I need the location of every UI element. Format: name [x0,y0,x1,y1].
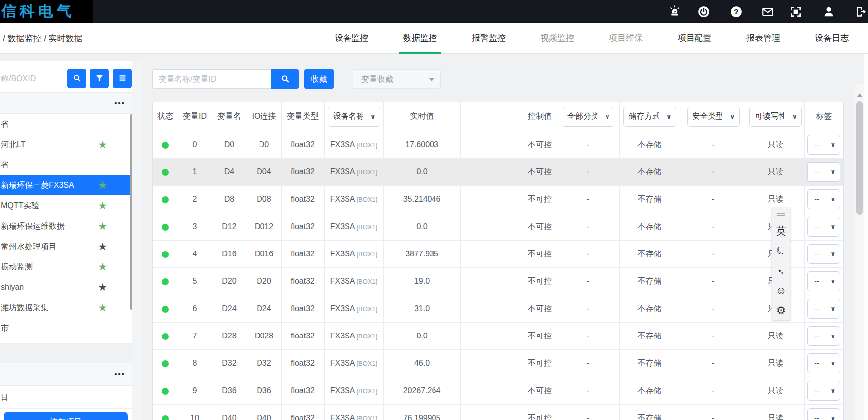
tag-select[interactable]: --∨ [807,217,840,237]
table-row: 1D4D04float32FX3SA[BOX1]0.0不可控-不存储-只读--∨ [153,159,843,186]
mail-icon[interactable] [761,5,774,18]
english-mode-button[interactable]: 英 [772,221,790,241]
sidebar-item[interactable]: MQTT实验★ [0,195,132,216]
filter-select-安全类型[interactable]: 安全类型∨ [687,107,740,127]
scroll-up-arrow-icon[interactable] [857,93,862,97]
tag-select[interactable]: --∨ [807,135,840,155]
tag-select[interactable]: --∨ [807,408,840,420]
sidebar-bottom-more-button[interactable]: ••• [0,363,132,386]
tag-select[interactable]: --∨ [807,353,840,373]
tab-设备日志[interactable]: 设备日志 [810,23,853,54]
sidebar-item[interactable]: shiyan★ [0,277,132,297]
sidebar-group-more-button[interactable]: ••• [0,92,132,114]
sidebar-item[interactable]: 河北LT★ [0,134,132,155]
tag-select[interactable]: --∨ [807,381,840,401]
star-icon[interactable]: ★ [98,297,107,318]
security-cell: - [680,159,747,186]
star-icon[interactable]: ★ [98,134,107,155]
power-icon[interactable] [697,5,710,18]
logout-icon[interactable] [854,5,867,18]
sidebar-filter-button[interactable] [90,69,109,88]
tag-select[interactable]: --∨ [807,162,840,182]
tag-select[interactable]: --∨ [807,271,840,291]
sidebar-item[interactable]: 省 [0,114,132,134]
variable-name-cell: D40 [212,405,247,420]
variable-search-button[interactable] [271,69,299,89]
filter-select-全部分类[interactable]: 全部分类∨ [562,107,614,127]
storage-cell: 不存储 [619,131,680,159]
sidebar-scrollbar-track[interactable] [132,61,141,420]
variable-type-cell: float32 [281,159,324,186]
drag-handle-icon[interactable] [772,208,790,221]
device-search-input[interactable] [0,69,66,88]
alarm-icon[interactable] [668,5,681,18]
sidebar-item[interactable]: 潍坊数据采集★ [0,297,132,318]
star-icon[interactable]: ★ [98,236,107,256]
star-icon[interactable]: ★ [98,277,107,297]
variable-search-input[interactable] [152,69,271,89]
punctuation-icon[interactable]: •, [772,260,790,280]
tag-select-value: -- [814,387,819,395]
tab-设备监控[interactable]: 设备监控 [330,23,373,54]
sidebar-search-button[interactable] [67,69,86,88]
tab-报表管理[interactable]: 报表管理 [742,23,784,54]
filter-select-储存方式[interactable]: 储存方式∨ [623,107,676,127]
moon-icon[interactable]: ☾ [768,237,794,264]
read-write-cell: 只读 [747,377,804,405]
table-body: 0D0D0float32FX3SA[BOX1]17.60003不可控-不存储-只… [153,131,843,420]
tab-项目维保[interactable]: 项目维保 [605,23,647,54]
tag-select[interactable]: --∨ [807,244,840,264]
sidebar-item[interactable]: 常州水处理项目★ [0,236,132,256]
storage-cell: 不存储 [619,377,680,405]
sidebar-item[interactable]: 新瑞环保运维数据★ [0,216,132,236]
column-header-控制值: 控制值 [523,102,557,131]
star-icon[interactable]: ★ [98,256,107,277]
help-icon[interactable]: ? [730,5,743,18]
sidebar-menu-button[interactable] [113,69,132,88]
chevron-down-icon [429,78,434,81]
svg-text:?: ? [734,7,738,16]
user-icon[interactable] [822,5,835,18]
star-icon[interactable]: ★ [98,195,107,216]
device-box-id: [BOX1] [356,223,377,231]
variable-id-cell: 0 [178,131,212,159]
settings-gear-icon[interactable]: ⚙ [772,300,790,320]
tab-项目配置[interactable]: 项目配置 [673,23,716,54]
fullscreen-icon[interactable] [789,5,802,18]
add-project-button[interactable]: 添加项目 [4,412,128,420]
security-cell: - [680,268,747,295]
storage-cell: 不存储 [619,405,680,420]
column-header-储存方式: 储存方式∨ [619,102,680,131]
security-cell: - [680,186,747,213]
operation-cell [460,131,523,159]
favorite-button[interactable]: 收藏 [304,69,334,89]
device-name-cell: FX3SA[BOX1] [324,377,383,405]
page-scrollbar-thumb[interactable] [856,101,863,215]
tag-select[interactable]: --∨ [807,326,840,346]
sidebar-item[interactable]: 市 [0,318,132,338]
filter-select-设备名称[interactable]: 设备名称∨ [328,107,380,127]
status-cell [153,377,178,405]
sidebar-bottom-item[interactable]: 目 [0,386,132,409]
menu-icon [118,73,127,84]
star-icon[interactable]: ★ [98,175,107,195]
device-box-id: [BOX1] [356,305,377,313]
storage-cell: 不存储 [619,323,680,350]
variable-favorite-select[interactable]: 变量收藏 [353,69,441,89]
sidebar-item[interactable]: 振动监测★ [0,256,132,277]
storage-cell: 不存储 [619,213,680,241]
tag-select[interactable]: --∨ [807,189,840,209]
sidebar-item[interactable]: 新瑞环保三菱FX3SA★ [0,175,132,195]
sidebar-item-label: shiyan [0,277,95,297]
sidebar-item-label: 振动监测 [0,256,95,277]
tag-select[interactable]: --∨ [807,299,840,319]
filter-select-可读写性[interactable]: 可读写性∨ [749,107,802,127]
tab-数据监控[interactable]: 数据监控 [399,23,441,54]
sidebar-item[interactable]: 省 [0,155,132,175]
tab-视频监控[interactable]: 视频监控 [536,23,579,54]
star-icon[interactable]: ★ [98,216,107,236]
emoji-icon[interactable]: ☺ [772,280,790,300]
sidebar-scrollbar-thumb[interactable] [130,114,132,310]
status-cell [153,131,178,159]
tab-报警监控[interactable]: 报警监控 [467,23,510,54]
